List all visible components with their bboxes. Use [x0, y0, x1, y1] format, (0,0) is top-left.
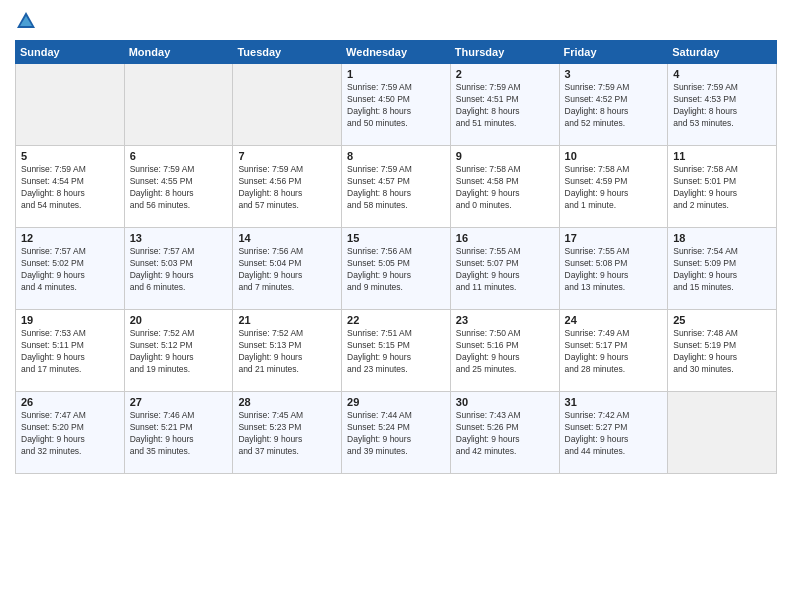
day-info: Sunrise: 7:49 AM Sunset: 5:17 PM Dayligh…	[565, 328, 663, 376]
day-info: Sunrise: 7:59 AM Sunset: 4:55 PM Dayligh…	[130, 164, 228, 212]
day-info: Sunrise: 7:59 AM Sunset: 4:51 PM Dayligh…	[456, 82, 554, 130]
calendar-cell: 25Sunrise: 7:48 AM Sunset: 5:19 PM Dayli…	[668, 310, 777, 392]
day-info: Sunrise: 7:57 AM Sunset: 5:02 PM Dayligh…	[21, 246, 119, 294]
weekday-header-monday: Monday	[124, 41, 233, 64]
day-number: 10	[565, 150, 663, 162]
day-info: Sunrise: 7:59 AM Sunset: 4:56 PM Dayligh…	[238, 164, 336, 212]
calendar-cell: 14Sunrise: 7:56 AM Sunset: 5:04 PM Dayli…	[233, 228, 342, 310]
day-number: 26	[21, 396, 119, 408]
calendar-cell: 30Sunrise: 7:43 AM Sunset: 5:26 PM Dayli…	[450, 392, 559, 474]
calendar-week-row: 5Sunrise: 7:59 AM Sunset: 4:54 PM Daylig…	[16, 146, 777, 228]
weekday-header-wednesday: Wednesday	[342, 41, 451, 64]
weekday-header-thursday: Thursday	[450, 41, 559, 64]
calendar-cell: 20Sunrise: 7:52 AM Sunset: 5:12 PM Dayli…	[124, 310, 233, 392]
day-info: Sunrise: 7:55 AM Sunset: 5:07 PM Dayligh…	[456, 246, 554, 294]
calendar-cell: 31Sunrise: 7:42 AM Sunset: 5:27 PM Dayli…	[559, 392, 668, 474]
day-number: 8	[347, 150, 445, 162]
calendar-cell	[668, 392, 777, 474]
calendar-week-row: 1Sunrise: 7:59 AM Sunset: 4:50 PM Daylig…	[16, 64, 777, 146]
day-number: 23	[456, 314, 554, 326]
day-number: 5	[21, 150, 119, 162]
calendar-cell: 17Sunrise: 7:55 AM Sunset: 5:08 PM Dayli…	[559, 228, 668, 310]
day-number: 20	[130, 314, 228, 326]
day-number: 30	[456, 396, 554, 408]
calendar-week-row: 19Sunrise: 7:53 AM Sunset: 5:11 PM Dayli…	[16, 310, 777, 392]
calendar-cell: 21Sunrise: 7:52 AM Sunset: 5:13 PM Dayli…	[233, 310, 342, 392]
day-number: 4	[673, 68, 771, 80]
day-number: 1	[347, 68, 445, 80]
day-info: Sunrise: 7:55 AM Sunset: 5:08 PM Dayligh…	[565, 246, 663, 294]
day-info: Sunrise: 7:46 AM Sunset: 5:21 PM Dayligh…	[130, 410, 228, 458]
calendar-cell: 4Sunrise: 7:59 AM Sunset: 4:53 PM Daylig…	[668, 64, 777, 146]
day-info: Sunrise: 7:58 AM Sunset: 4:59 PM Dayligh…	[565, 164, 663, 212]
calendar-week-row: 12Sunrise: 7:57 AM Sunset: 5:02 PM Dayli…	[16, 228, 777, 310]
calendar-cell: 2Sunrise: 7:59 AM Sunset: 4:51 PM Daylig…	[450, 64, 559, 146]
calendar-cell: 8Sunrise: 7:59 AM Sunset: 4:57 PM Daylig…	[342, 146, 451, 228]
day-info: Sunrise: 7:42 AM Sunset: 5:27 PM Dayligh…	[565, 410, 663, 458]
day-number: 24	[565, 314, 663, 326]
day-info: Sunrise: 7:59 AM Sunset: 4:52 PM Dayligh…	[565, 82, 663, 130]
day-number: 7	[238, 150, 336, 162]
calendar-cell: 22Sunrise: 7:51 AM Sunset: 5:15 PM Dayli…	[342, 310, 451, 392]
calendar-cell	[233, 64, 342, 146]
calendar-cell: 5Sunrise: 7:59 AM Sunset: 4:54 PM Daylig…	[16, 146, 125, 228]
calendar-cell: 13Sunrise: 7:57 AM Sunset: 5:03 PM Dayli…	[124, 228, 233, 310]
day-number: 29	[347, 396, 445, 408]
calendar-cell	[16, 64, 125, 146]
day-info: Sunrise: 7:59 AM Sunset: 4:50 PM Dayligh…	[347, 82, 445, 130]
day-info: Sunrise: 7:43 AM Sunset: 5:26 PM Dayligh…	[456, 410, 554, 458]
day-info: Sunrise: 7:50 AM Sunset: 5:16 PM Dayligh…	[456, 328, 554, 376]
day-number: 2	[456, 68, 554, 80]
day-info: Sunrise: 7:59 AM Sunset: 4:54 PM Dayligh…	[21, 164, 119, 212]
day-info: Sunrise: 7:53 AM Sunset: 5:11 PM Dayligh…	[21, 328, 119, 376]
calendar-cell: 29Sunrise: 7:44 AM Sunset: 5:24 PM Dayli…	[342, 392, 451, 474]
calendar-cell: 15Sunrise: 7:56 AM Sunset: 5:05 PM Dayli…	[342, 228, 451, 310]
day-info: Sunrise: 7:59 AM Sunset: 4:53 PM Dayligh…	[673, 82, 771, 130]
day-info: Sunrise: 7:45 AM Sunset: 5:23 PM Dayligh…	[238, 410, 336, 458]
day-number: 25	[673, 314, 771, 326]
day-number: 22	[347, 314, 445, 326]
day-info: Sunrise: 7:52 AM Sunset: 5:13 PM Dayligh…	[238, 328, 336, 376]
logo	[15, 10, 41, 32]
day-info: Sunrise: 7:48 AM Sunset: 5:19 PM Dayligh…	[673, 328, 771, 376]
day-info: Sunrise: 7:44 AM Sunset: 5:24 PM Dayligh…	[347, 410, 445, 458]
calendar-cell: 7Sunrise: 7:59 AM Sunset: 4:56 PM Daylig…	[233, 146, 342, 228]
day-info: Sunrise: 7:47 AM Sunset: 5:20 PM Dayligh…	[21, 410, 119, 458]
day-info: Sunrise: 7:58 AM Sunset: 5:01 PM Dayligh…	[673, 164, 771, 212]
day-number: 19	[21, 314, 119, 326]
calendar-cell: 6Sunrise: 7:59 AM Sunset: 4:55 PM Daylig…	[124, 146, 233, 228]
weekday-header-tuesday: Tuesday	[233, 41, 342, 64]
calendar-cell: 24Sunrise: 7:49 AM Sunset: 5:17 PM Dayli…	[559, 310, 668, 392]
calendar-cell: 23Sunrise: 7:50 AM Sunset: 5:16 PM Dayli…	[450, 310, 559, 392]
day-info: Sunrise: 7:58 AM Sunset: 4:58 PM Dayligh…	[456, 164, 554, 212]
calendar-cell: 28Sunrise: 7:45 AM Sunset: 5:23 PM Dayli…	[233, 392, 342, 474]
day-number: 12	[21, 232, 119, 244]
day-number: 13	[130, 232, 228, 244]
calendar-cell: 11Sunrise: 7:58 AM Sunset: 5:01 PM Dayli…	[668, 146, 777, 228]
day-number: 14	[238, 232, 336, 244]
day-number: 28	[238, 396, 336, 408]
day-info: Sunrise: 7:56 AM Sunset: 5:05 PM Dayligh…	[347, 246, 445, 294]
day-info: Sunrise: 7:54 AM Sunset: 5:09 PM Dayligh…	[673, 246, 771, 294]
day-info: Sunrise: 7:56 AM Sunset: 5:04 PM Dayligh…	[238, 246, 336, 294]
calendar-table: SundayMondayTuesdayWednesdayThursdayFrid…	[15, 40, 777, 474]
day-number: 3	[565, 68, 663, 80]
calendar-page: SundayMondayTuesdayWednesdayThursdayFrid…	[0, 0, 792, 612]
day-number: 31	[565, 396, 663, 408]
calendar-cell: 12Sunrise: 7:57 AM Sunset: 5:02 PM Dayli…	[16, 228, 125, 310]
weekday-header-sunday: Sunday	[16, 41, 125, 64]
weekday-header-friday: Friday	[559, 41, 668, 64]
calendar-cell: 26Sunrise: 7:47 AM Sunset: 5:20 PM Dayli…	[16, 392, 125, 474]
day-number: 27	[130, 396, 228, 408]
day-number: 6	[130, 150, 228, 162]
day-info: Sunrise: 7:51 AM Sunset: 5:15 PM Dayligh…	[347, 328, 445, 376]
calendar-cell	[124, 64, 233, 146]
calendar-cell: 18Sunrise: 7:54 AM Sunset: 5:09 PM Dayli…	[668, 228, 777, 310]
day-info: Sunrise: 7:59 AM Sunset: 4:57 PM Dayligh…	[347, 164, 445, 212]
calendar-cell: 1Sunrise: 7:59 AM Sunset: 4:50 PM Daylig…	[342, 64, 451, 146]
calendar-cell: 16Sunrise: 7:55 AM Sunset: 5:07 PM Dayli…	[450, 228, 559, 310]
day-info: Sunrise: 7:57 AM Sunset: 5:03 PM Dayligh…	[130, 246, 228, 294]
day-number: 15	[347, 232, 445, 244]
day-number: 17	[565, 232, 663, 244]
day-number: 16	[456, 232, 554, 244]
